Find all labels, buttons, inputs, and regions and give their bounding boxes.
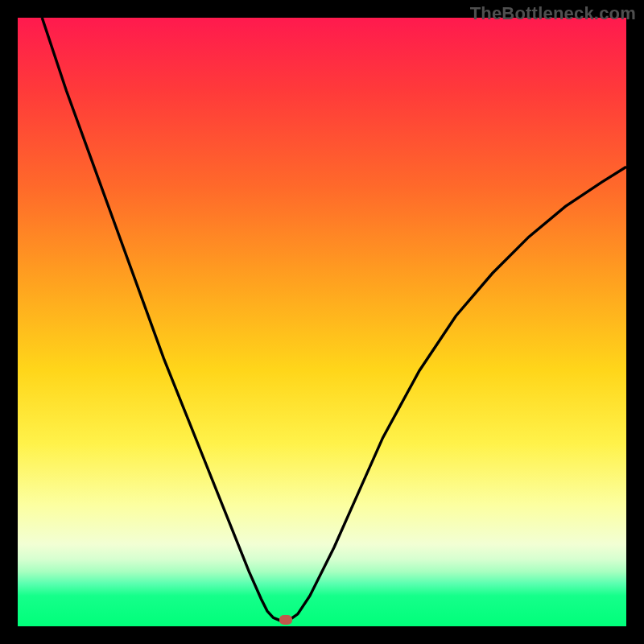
- chart-frame: TheBottleneck.com: [0, 0, 644, 644]
- bottleneck-curve: [42, 18, 626, 620]
- bottleneck-curve-plot: [18, 18, 626, 626]
- minimum-marker: [279, 615, 292, 625]
- watermark-label: TheBottleneck.com: [470, 3, 636, 24]
